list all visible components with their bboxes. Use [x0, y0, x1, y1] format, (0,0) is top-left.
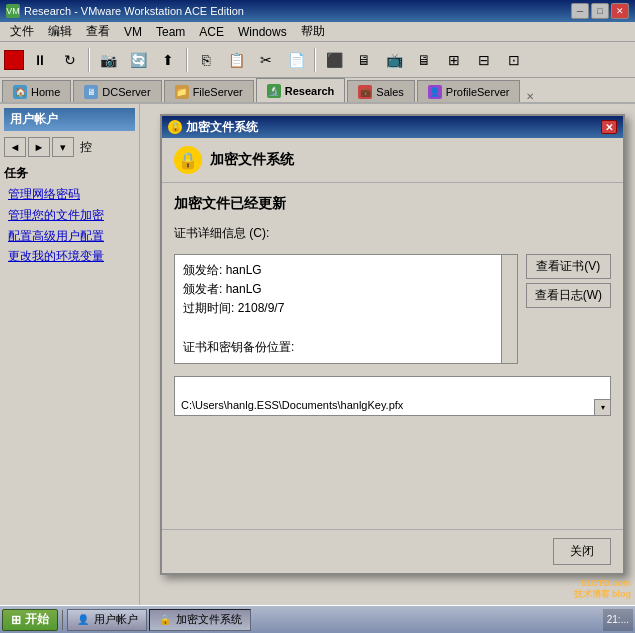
- list-item: 管理您的文件加密: [8, 207, 135, 224]
- watermark: 51CTO.com技术博客 blog: [574, 578, 632, 601]
- taskbar-item-encrypt[interactable]: 🔒 加密文件系统: [149, 609, 251, 631]
- menu-windows[interactable]: Windows: [232, 23, 293, 41]
- cert-line-2: 颁发者: hanLG: [183, 280, 509, 299]
- start-label: 开始: [25, 611, 49, 628]
- minimize-button[interactable]: ─: [571, 3, 589, 19]
- dialog: 🔒 加密文件系统 ✕ 🔒 加密文件系统 加密文件已经更新 证书详细信息 (C):…: [160, 114, 625, 575]
- cert-buttons: 查看证书(V) 查看日志(W): [526, 254, 611, 364]
- menu-view[interactable]: 查看: [80, 21, 116, 42]
- tb7[interactable]: 📄: [282, 46, 310, 74]
- title-bar: VM Research - VMware Workstation ACE Edi…: [0, 0, 635, 22]
- nav-forward-button[interactable]: ►: [28, 137, 50, 157]
- tab-dcserver[interactable]: 🖥 DCServer: [73, 80, 161, 102]
- copy-button[interactable]: ⎘: [192, 46, 220, 74]
- menu-bar: 文件 编辑 查看 VM Team ACE Windows 帮助: [0, 22, 635, 42]
- taskbar-items: 👤 用户帐户 🔒 加密文件系统: [67, 609, 601, 631]
- dialog-close-x-button[interactable]: ✕: [601, 120, 617, 134]
- backup-path-scrollbar[interactable]: ▾: [594, 399, 610, 415]
- home-tab-icon: 🏠: [13, 85, 27, 99]
- pause-button[interactable]: ⏸: [26, 46, 54, 74]
- cert-line-3: 过期时间: 2108/9/7: [183, 299, 509, 318]
- cert-line-4: [183, 319, 509, 338]
- dialog-body: 加密文件已经更新 证书详细信息 (C): 颁发给: hanLG 颁发者: han…: [162, 183, 623, 529]
- cert-text-box-outer: 颁发给: hanLG 颁发者: hanLG 过期时间: 2108/9/7 证书和…: [174, 254, 518, 364]
- maximize-button[interactable]: □: [591, 3, 609, 19]
- toolbar-sep-2: [186, 48, 188, 72]
- view-log-button[interactable]: 查看日志(W): [526, 283, 611, 308]
- taskbar-item-useraccount[interactable]: 👤 用户帐户: [67, 609, 147, 631]
- toolbar: ⏸ ↻ 📷 🔄 ⬆ ⎘ 📋 ✂ 📄 ⬛ 🖥 📺 🖥 ⊞ ⊟ ⊡: [0, 42, 635, 78]
- start-button[interactable]: ⊞ 开始: [2, 609, 58, 631]
- cert-line-1: 颁发给: hanLG: [183, 261, 509, 280]
- taskbar-item-encrypt-label: 加密文件系统: [176, 612, 242, 627]
- close-button[interactable]: ✕: [611, 3, 629, 19]
- nav-down-button[interactable]: ▾: [52, 137, 74, 157]
- useraccount-taskbar-icon: 👤: [76, 613, 90, 627]
- tab-fileserver-label: FileServer: [193, 86, 243, 98]
- taskbar-separator-1: [62, 610, 63, 630]
- tab-sales-label: Sales: [376, 86, 404, 98]
- toolbar-sep-3: [314, 48, 316, 72]
- backup-path-text: C:\Users\hanlg.ESS\Documents\hanlgKey.pf…: [181, 399, 403, 411]
- refresh-button[interactable]: ↻: [56, 46, 84, 74]
- backup-path-box: C:\Users\hanlg.ESS\Documents\hanlgKey.pf…: [174, 376, 611, 416]
- tb11[interactable]: 🖥: [410, 46, 438, 74]
- tab-sales[interactable]: 💼 Sales: [347, 80, 415, 102]
- dialog-footer: 关闭: [162, 529, 623, 573]
- tb9[interactable]: 🖥: [350, 46, 378, 74]
- menu-ace[interactable]: ACE: [193, 23, 230, 41]
- encrypt-taskbar-icon: 🔒: [158, 613, 172, 627]
- tb12[interactable]: ⊞: [440, 46, 468, 74]
- snapshot2-button[interactable]: 🔄: [124, 46, 152, 74]
- cut-button[interactable]: ✂: [252, 46, 280, 74]
- menu-help[interactable]: 帮助: [295, 21, 331, 42]
- title-bar-controls[interactable]: ─ □ ✕: [571, 3, 629, 19]
- menu-vm[interactable]: VM: [118, 23, 148, 41]
- tab-bar: 🏠 Home 🖥 DCServer 📁 FileServer 🔬 Researc…: [0, 78, 635, 104]
- list-item: 更改我的环境变量: [8, 248, 135, 265]
- file-tab-icon: 📁: [175, 85, 189, 99]
- profile-tab-icon: 👤: [428, 85, 442, 99]
- tb10[interactable]: 📺: [380, 46, 408, 74]
- menu-file[interactable]: 文件: [4, 21, 40, 42]
- tab-dcserver-label: DCServer: [102, 86, 150, 98]
- dialog-section-title: 加密文件已经更新: [174, 195, 611, 213]
- window-title: Research - VMware Workstation ACE Editio…: [24, 5, 244, 17]
- list-item: 管理网络密码: [8, 186, 135, 203]
- tab-research[interactable]: 🔬 Research: [256, 78, 346, 102]
- research-tab-icon: 🔬: [267, 84, 281, 98]
- stop-button[interactable]: [4, 50, 24, 70]
- sidebar-link-env[interactable]: 更改我的环境变量: [8, 249, 104, 263]
- menu-team[interactable]: Team: [150, 23, 191, 41]
- full-btn[interactable]: ⬛: [320, 46, 348, 74]
- paste-button[interactable]: 📋: [222, 46, 250, 74]
- sales-tab-icon: 💼: [358, 85, 372, 99]
- taskbar-right: 21:...: [603, 609, 633, 631]
- dc-tab-icon: 🖥: [84, 85, 98, 99]
- app-icon: VM: [6, 4, 20, 18]
- close-button[interactable]: 关闭: [553, 538, 611, 565]
- sidebar-link-encrypt[interactable]: 管理您的文件加密: [8, 208, 104, 222]
- view-cert-button[interactable]: 查看证书(V): [526, 254, 611, 279]
- dialog-title-bar: 🔒 加密文件系统 ✕: [162, 116, 623, 138]
- windows-icon: ⊞: [11, 613, 21, 627]
- tab-fileserver[interactable]: 📁 FileServer: [164, 80, 254, 102]
- taskbar-item-useraccount-label: 用户帐户: [94, 612, 138, 627]
- sidebar-title: 用户帐户: [4, 108, 135, 131]
- content-area: 🔒 加密文件系统 ✕ 🔒 加密文件系统 加密文件已经更新 证书详细信息 (C):…: [140, 104, 635, 605]
- tab-close-button[interactable]: ✕: [526, 91, 534, 102]
- time-display: 21:...: [607, 614, 629, 625]
- tab-home[interactable]: 🏠 Home: [2, 80, 71, 102]
- snapshot3-button[interactable]: ⬆: [154, 46, 182, 74]
- dialog-title-text: 加密文件系统: [186, 119, 258, 136]
- cert-scrollbar[interactable]: [501, 255, 517, 363]
- tb13[interactable]: ⊟: [470, 46, 498, 74]
- tab-profileserver[interactable]: 👤 ProfileServer: [417, 80, 521, 102]
- snapshot-button[interactable]: 📷: [94, 46, 122, 74]
- tb14[interactable]: ⊡: [500, 46, 528, 74]
- sidebar-link-advanced[interactable]: 配置高级用户配置: [8, 229, 104, 243]
- cert-box-row: 颁发给: hanLG 颁发者: hanLG 过期时间: 2108/9/7 证书和…: [174, 254, 611, 364]
- sidebar-link-network[interactable]: 管理网络密码: [8, 187, 80, 201]
- menu-edit[interactable]: 编辑: [42, 21, 78, 42]
- nav-back-button[interactable]: ◄: [4, 137, 26, 157]
